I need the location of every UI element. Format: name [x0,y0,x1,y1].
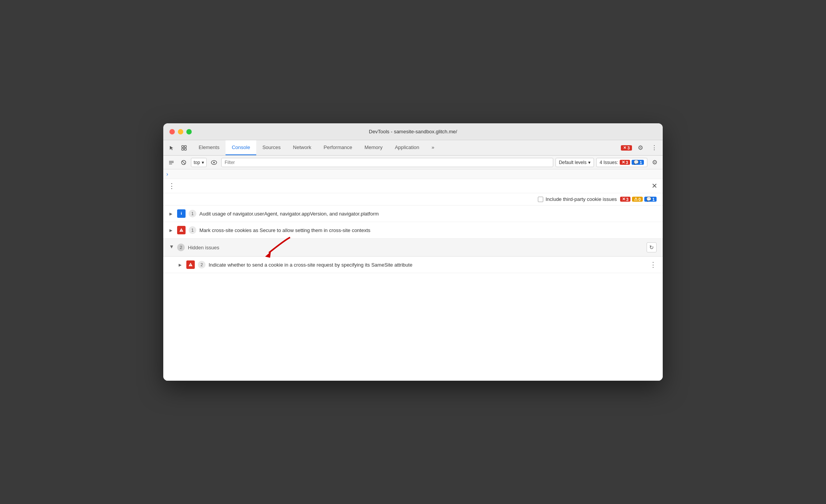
svg-rect-6 [169,164,172,164]
issues-panel: Include third-party cookie issues ✕ 3 ⚠ … [163,193,663,273]
svg-rect-11 [181,213,182,215]
content-area: › ⋮ ✕ Include third-party cookie issues [163,169,663,381]
tab-network[interactable]: Network [287,140,318,155]
error-badge: ✕ 3 [621,145,632,151]
svg-point-10 [213,162,215,163]
breadcrumb-bar: › [163,169,663,179]
issues-blue-badge: 💬 1 [632,160,644,165]
x-tiny-icon: ✕ [622,197,625,202]
more-menu-icon[interactable]: ⋮ [649,143,660,153]
issue-icon-red-sub [186,260,195,269]
tab-application[interactable]: Application [389,140,426,155]
issue-text-1: Audit usage of navigator.userAgent, navi… [199,211,657,217]
expand-arrow-2[interactable]: ▶ [169,228,174,232]
cursor-icon[interactable] [166,143,177,153]
titlebar: DevTools - samesite-sandbox.glitch.me/ [163,123,663,140]
hidden-issues-count: 2 [177,244,185,251]
reload-button[interactable]: ↻ [647,242,657,252]
third-party-label: Include third-party cookie issues [546,196,617,202]
tab-console[interactable]: Console [226,140,256,155]
issues-badge[interactable]: 4 Issues: ✕ 3 💬 1 [596,158,647,167]
levels-selector[interactable]: Default levels ▾ [556,158,594,167]
third-party-orange-badge: ⚠ 0 [632,197,643,202]
settings-icon[interactable]: ⚙ [635,143,646,153]
issues-red-badge: ✕ 3 [620,160,630,165]
devtools-body: Elements Console Sources Network Perform… [163,140,663,381]
hidden-issues-label: Hidden issues [188,245,644,250]
svg-rect-4 [169,161,174,162]
svg-rect-17 [191,266,191,266]
chat-icon: 💬 [634,160,639,165]
eye-icon[interactable] [209,158,219,167]
close-button[interactable] [169,129,175,134]
inspect-icon[interactable] [179,143,189,153]
expand-arrow-sub[interactable]: ▶ [179,263,183,267]
issue-icon-blue-1 [177,209,186,218]
breadcrumb-arrow[interactable]: › [166,171,168,177]
third-party-checkbox-area: Include third-party cookie issues [538,196,617,202]
filter-input[interactable] [221,158,553,167]
svg-rect-5 [169,162,174,163]
svg-rect-12 [181,212,182,213]
tab-icons [166,143,189,153]
clear-console-icon[interactable] [166,158,176,167]
chevron-down-icon: ▾ [588,160,590,165]
hidden-issues-row[interactable]: ▶ 2 Hidden issues ↻ [163,239,663,257]
third-party-red-badge: ✕ 3 [620,197,630,202]
svg-rect-3 [184,148,186,150]
dots-menu-icon[interactable]: ⋮ [166,181,177,191]
tab-elements[interactable]: Elements [192,140,226,155]
tab-performance[interactable]: Performance [317,140,358,155]
badge-counts: ✕ 3 ⚠ 0 💬 1 [620,197,657,202]
sub-issue-text: Indicate whether to send a cookie in a c… [209,262,647,268]
dots-row: ⋮ ✕ [163,179,663,193]
traffic-lights [169,129,192,134]
x-small-icon: ✕ [622,160,625,165]
block-icon[interactable] [179,158,189,167]
devtools-window: DevTools - samesite-sandbox.glitch.me/ [163,123,663,381]
svg-rect-13 [181,230,182,231]
svg-rect-14 [181,231,182,232]
sub-issue-count: 2 [198,261,206,269]
warning-icon: ⚠ [634,197,638,202]
svg-line-8 [182,161,185,164]
svg-rect-2 [182,148,184,150]
tab-more[interactable]: » [425,140,440,155]
context-selector[interactable]: top ▾ [191,158,207,167]
tab-memory[interactable]: Memory [358,140,389,155]
chevron-down-icon: ▾ [202,160,204,165]
issue-text-2: Mark cross-site cookies as Secure to all… [199,227,657,233]
issue-row-2[interactable]: ▶ 1 Mark cross-site cookies as Secure to… [163,222,663,239]
svg-rect-1 [184,146,186,148]
third-party-blue-badge: 💬 1 [644,197,657,202]
issue-count-2: 1 [189,226,196,234]
svg-rect-16 [191,264,191,265]
expand-arrow-hidden[interactable]: ▶ [170,245,174,250]
tab-bar: Elements Console Sources Network Perform… [163,140,663,156]
issue-count-1: 1 [189,210,196,217]
minimize-button[interactable] [178,129,183,134]
console-settings-icon[interactable]: ⚙ [650,158,660,167]
x-icon: ✕ [623,146,626,150]
expand-arrow-1[interactable]: ▶ [169,212,174,216]
third-party-checkbox[interactable] [538,197,543,202]
svg-rect-0 [182,146,184,148]
window-title: DevTools - samesite-sandbox.glitch.me/ [369,129,457,134]
tab-sources[interactable]: Sources [256,140,287,155]
sub-issue-row[interactable]: ▶ 2 Indicate whether to send a cookie in… [163,257,663,273]
fullscreen-button[interactable] [186,129,192,134]
close-panel-icon[interactable]: ✕ [649,181,660,191]
toolbar: top ▾ Default levels ▾ 4 Issues: ✕ 3 [163,156,663,169]
tabs: Elements Console Sources Network Perform… [192,140,621,155]
issue-row-1[interactable]: ▶ 1 Audit usage of navigator.userAgent, … [163,206,663,222]
tab-right-actions: ✕ 3 ⚙ ⋮ [621,143,660,153]
third-party-row: Include third-party cookie issues ✕ 3 ⚠ … [163,193,663,206]
sub-issue-more-icon[interactable]: ⋮ [650,260,657,269]
issue-icon-red-2 [177,226,186,234]
info-icon: 💬 [646,197,652,202]
